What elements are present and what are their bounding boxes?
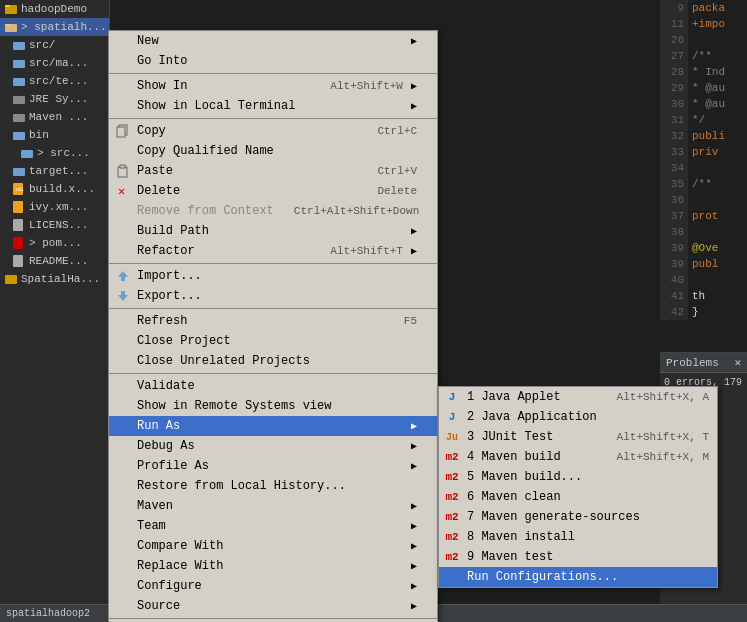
submenu-arrow-icon: ▶ <box>411 245 417 257</box>
tree-item-target[interactable]: target... <box>0 162 109 180</box>
submenu-label: 7 Maven generate-sources <box>467 510 640 524</box>
menu-item-import[interactable]: Import... <box>109 266 437 286</box>
problems-title: Problems <box>666 357 719 369</box>
submenu-arrow-icon: ▶ <box>411 540 417 552</box>
tree-item-build[interactable]: xml build.x... <box>0 180 109 198</box>
tree-item-pom[interactable]: > pom... <box>0 234 109 252</box>
problems-close-icon[interactable]: ✕ <box>734 356 741 369</box>
submenu-item-maven-test[interactable]: m2 9 Maven test <box>439 547 717 567</box>
svg-rect-1 <box>5 5 10 7</box>
folder-icon <box>12 74 26 88</box>
tree-item-spatialhado[interactable]: > spatialh... <box>0 18 109 36</box>
menu-item-remote-systems[interactable]: Show in Remote Systems view <box>109 396 437 416</box>
menu-item-copy-qualified[interactable]: Copy Qualified Name <box>109 141 437 161</box>
menu-item-show-in[interactable]: Show In Alt+Shift+W ▶ <box>109 76 437 96</box>
menu-item-remove-context[interactable]: Remove from Context Ctrl+Alt+Shift+Down <box>109 201 437 221</box>
menu-item-refresh[interactable]: Refresh F5 <box>109 311 437 331</box>
tree-item-bin[interactable]: bin <box>0 126 109 144</box>
menu-label: Remove from Context <box>137 204 274 218</box>
tree-label: build.x... <box>29 183 95 195</box>
menu-item-go-into[interactable]: Go Into <box>109 51 437 71</box>
tree-item-srcma[interactable]: src/ma... <box>0 54 109 72</box>
svg-marker-25 <box>118 291 128 301</box>
maven-icon: m2 <box>444 469 460 485</box>
submenu-label: 8 Maven install <box>467 530 575 544</box>
submenu-item-maven-install[interactable]: m2 8 Maven install <box>439 527 717 547</box>
code-line: 28 * Ind <box>660 64 747 80</box>
menu-item-close-project[interactable]: Close Project <box>109 331 437 351</box>
tree-label: bin <box>29 129 49 141</box>
submenu-arrow-icon: ▶ <box>411 580 417 592</box>
menu-item-maven[interactable]: Maven ▶ <box>109 496 437 516</box>
submenu-item-maven-build2[interactable]: m2 5 Maven build... <box>439 467 717 487</box>
menu-label: New <box>137 34 159 48</box>
menu-item-source[interactable]: Source ▶ <box>109 596 437 616</box>
tree-item-readme[interactable]: README... <box>0 252 109 270</box>
context-menu: New ▶ Go Into Show In Alt+Shift+W ▶ Show… <box>108 30 438 622</box>
menu-item-show-local-terminal[interactable]: Show in Local Terminal ▶ <box>109 96 437 116</box>
submenu-item-maven-build[interactable]: m2 4 Maven build Alt+Shift+X, M <box>439 447 717 467</box>
code-line: 33 priv <box>660 144 747 160</box>
tree-label: LICENS... <box>29 219 88 231</box>
menu-item-close-unrelated[interactable]: Close Unrelated Projects <box>109 351 437 371</box>
menu-label: Paste <box>137 164 173 178</box>
tree-item-srcte[interactable]: src/te... <box>0 72 109 90</box>
menu-label: Compare With <box>137 539 223 553</box>
maven-icon: m2 <box>444 489 460 505</box>
submenu-item-run-configurations[interactable]: Run Configurations... <box>439 567 717 587</box>
menu-item-replace-with[interactable]: Replace With ▶ <box>109 556 437 576</box>
submenu-item-java-applet[interactable]: J 1 Java Applet Alt+Shift+X, A <box>439 387 717 407</box>
svg-rect-20 <box>117 127 125 137</box>
menu-item-refactor[interactable]: Refactor Alt+Shift+T ▶ <box>109 241 437 261</box>
tree-item-src2[interactable]: > src... <box>0 144 109 162</box>
tree-item-license[interactable]: LICENS... <box>0 216 109 234</box>
submenu-shortcut: Alt+Shift+X, A <box>617 391 709 403</box>
submenu-item-maven-clean[interactable]: m2 6 Maven clean <box>439 487 717 507</box>
submenu-item-junit[interactable]: Ju 3 JUnit Test Alt+Shift+X, T <box>439 427 717 447</box>
menu-item-profile-as[interactable]: Profile As ▶ <box>109 456 437 476</box>
submenu-item-java-app[interactable]: J 2 Java Application <box>439 407 717 427</box>
code-line: 32 publi <box>660 128 747 144</box>
menu-item-configure[interactable]: Configure ▶ <box>109 576 437 596</box>
tree-item-ivy[interactable]: ivy.xm... <box>0 198 109 216</box>
svg-text:✕: ✕ <box>118 185 125 198</box>
menu-item-delete[interactable]: ✕ Delete Delete <box>109 181 437 201</box>
menu-label: Build Path <box>137 224 209 238</box>
menu-item-run-as[interactable]: Run As ▶ <box>109 416 437 436</box>
tree-label: Maven ... <box>29 111 88 123</box>
tree-item-hadoopdemo[interactable]: hadoopDemo <box>0 0 109 18</box>
code-line: 31 */ <box>660 112 747 128</box>
svg-rect-9 <box>13 132 25 140</box>
menu-item-copy[interactable]: Copy Ctrl+C <box>109 121 437 141</box>
tree-item-maven[interactable]: Maven ... <box>0 108 109 126</box>
menu-item-debug-as[interactable]: Debug As ▶ <box>109 436 437 456</box>
maven-icon: m2 <box>444 509 460 525</box>
menu-item-export[interactable]: Export... <box>109 286 437 306</box>
menu-item-compare-with[interactable]: Compare With ▶ <box>109 536 437 556</box>
menu-item-paste[interactable]: Paste Ctrl+V <box>109 161 437 181</box>
menu-label: Configure <box>137 579 202 593</box>
menu-item-validate[interactable]: Validate <box>109 376 437 396</box>
submenu-arrow-icon: ▶ <box>411 500 417 512</box>
submenu-shortcut: Alt+Shift+X, T <box>617 431 709 443</box>
submenu-arrow-icon: ▶ <box>411 460 417 472</box>
tree-item-spatialhad2[interactable]: SpatialHa... <box>0 270 109 288</box>
tree-label: README... <box>29 255 88 267</box>
menu-item-build-path[interactable]: Build Path ▶ <box>109 221 437 241</box>
menu-separator <box>109 118 437 119</box>
menu-item-restore-history[interactable]: Restore from Local History... <box>109 476 437 496</box>
menu-label: Team <box>137 519 166 533</box>
menu-item-new[interactable]: New ▶ <box>109 31 437 51</box>
menu-separator <box>109 373 437 374</box>
submenu-arrow-icon: ▶ <box>411 520 417 532</box>
code-editor: 9 packa 11 +impo 26 27 /** 28 * Ind 29 *… <box>660 0 747 350</box>
submenu-item-maven-gensrc[interactable]: m2 7 Maven generate-sources <box>439 507 717 527</box>
menu-label: Source <box>137 599 180 613</box>
menu-shortcut: Ctrl+C <box>377 125 417 137</box>
menu-label: Delete <box>137 184 180 198</box>
folder-open-icon <box>4 20 18 34</box>
tree-item-jre[interactable]: JRE Sy... <box>0 90 109 108</box>
submenu-run-as: J 1 Java Applet Alt+Shift+X, A J 2 Java … <box>438 386 718 588</box>
menu-item-team[interactable]: Team ▶ <box>109 516 437 536</box>
tree-item-src[interactable]: src/ <box>0 36 109 54</box>
